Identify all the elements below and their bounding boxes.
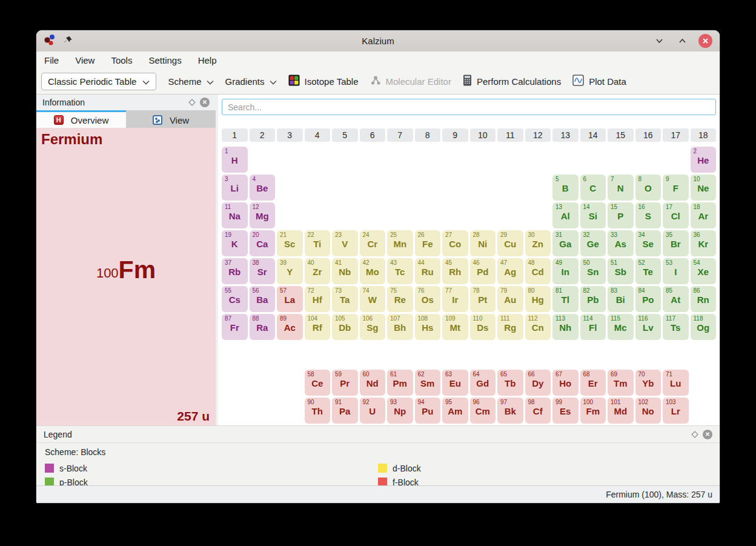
element-cell-sn[interactable]: 50Sn — [580, 258, 606, 284]
element-cell-v[interactable]: 23V — [332, 230, 358, 256]
element-cell-gd[interactable]: 64Gd — [470, 370, 496, 396]
element-cell-ag[interactable]: 47Ag — [497, 258, 523, 284]
element-cell-la[interactable]: 57La — [277, 286, 303, 312]
element-cell-pb[interactable]: 82Pb — [580, 286, 606, 312]
element-cell-ta[interactable]: 73Ta — [332, 286, 358, 312]
element-cell-pm[interactable]: 61Pm — [387, 370, 413, 396]
group-header-3[interactable]: 3 — [277, 128, 303, 142]
search-input[interactable] — [222, 99, 716, 115]
element-cell-pd[interactable]: 46Pd — [470, 258, 496, 284]
tab-overview[interactable]: H Overview — [36, 110, 126, 128]
element-cell-lv[interactable]: 116Lv — [635, 314, 662, 340]
element-cell-rg[interactable]: 111Rg — [497, 314, 523, 340]
isotope-table-button[interactable]: Isotope Table — [288, 75, 359, 88]
perform-calculations-button[interactable]: Perform Calculations — [463, 75, 561, 88]
element-cell-tb[interactable]: 65Tb — [497, 370, 523, 396]
element-cell-co[interactable]: 27Co — [442, 230, 468, 256]
element-cell-pr[interactable]: 59Pr — [332, 370, 358, 396]
element-cell-rb[interactable]: 37Rb — [222, 258, 248, 284]
dock-float-icon[interactable] — [188, 99, 195, 105]
element-cell-cm[interactable]: 96Cm — [470, 398, 496, 424]
element-cell-ts[interactable]: 117Ts — [663, 314, 689, 340]
legend-close-icon[interactable]: ✕ — [703, 430, 712, 439]
element-cell-mg[interactable]: 12Mg — [250, 202, 276, 228]
element-cell-te[interactable]: 52Te — [635, 258, 662, 284]
element-cell-au[interactable]: 79Au — [497, 286, 523, 312]
element-cell-ca[interactable]: 20Ca — [250, 230, 276, 256]
element-cell-rn[interactable]: 86Rn — [691, 286, 717, 312]
element-cell-se[interactable]: 34Se — [635, 230, 662, 256]
element-cell-u[interactable]: 92U — [360, 398, 386, 424]
element-cell-mn[interactable]: 25Mn — [387, 230, 413, 256]
titlebar[interactable]: Kalzium — [36, 30, 720, 52]
element-cell-si[interactable]: 14Si — [580, 202, 606, 228]
element-cell-yb[interactable]: 70Yb — [635, 370, 662, 396]
element-cell-he[interactable]: 2He — [691, 147, 717, 173]
gradients-dropdown[interactable]: Gradients — [225, 76, 277, 87]
dock-close-icon[interactable]: ✕ — [200, 98, 210, 107]
group-header-2[interactable]: 2 — [250, 128, 276, 142]
pin-icon[interactable] — [63, 35, 73, 47]
group-header-8[interactable]: 8 — [415, 128, 441, 142]
element-cell-i[interactable]: 53I — [663, 258, 689, 284]
element-cell-ho[interactable]: 67Ho — [552, 370, 579, 396]
element-cell-sr[interactable]: 38Sr — [250, 258, 276, 284]
group-header-1[interactable]: 1 — [222, 128, 248, 142]
element-cell-pu[interactable]: 94Pu — [415, 398, 441, 424]
element-cell-md[interactable]: 101Md — [608, 398, 634, 424]
element-cell-fe[interactable]: 26Fe — [415, 230, 441, 256]
element-cell-nh[interactable]: 113Nh — [552, 314, 579, 340]
element-cell-be[interactable]: 4Be — [250, 175, 276, 201]
element-cell-cr[interactable]: 24Cr — [360, 230, 386, 256]
element-cell-re[interactable]: 75Re — [387, 286, 413, 312]
element-cell-f[interactable]: 9F — [663, 175, 689, 201]
element-cell-cf[interactable]: 98Cf — [525, 398, 551, 424]
minimize-button[interactable] — [652, 35, 666, 48]
table-type-select[interactable]: Classic Periodic Table — [41, 73, 156, 90]
element-cell-nb[interactable]: 41Nb — [332, 258, 358, 284]
group-header-18[interactable]: 18 — [691, 128, 717, 142]
element-cell-cl[interactable]: 17Cl — [663, 202, 689, 228]
element-cell-o[interactable]: 8O — [635, 175, 662, 201]
element-cell-mc[interactable]: 115Mc — [608, 314, 634, 340]
group-header-6[interactable]: 6 — [360, 128, 386, 142]
element-cell-lr[interactable]: 103Lr — [663, 398, 689, 424]
element-cell-at[interactable]: 85At — [663, 286, 689, 312]
element-cell-pa[interactable]: 91Pa — [332, 398, 358, 424]
group-header-9[interactable]: 9 — [442, 128, 468, 142]
group-header-13[interactable]: 13 — [552, 128, 579, 142]
group-header-11[interactable]: 11 — [497, 128, 523, 142]
element-cell-ba[interactable]: 56Ba — [250, 286, 276, 312]
element-cell-ce[interactable]: 58Ce — [305, 370, 331, 396]
element-cell-mo[interactable]: 42Mo — [360, 258, 386, 284]
element-cell-tc[interactable]: 43Tc — [387, 258, 413, 284]
element-cell-tm[interactable]: 69Tm — [608, 370, 634, 396]
element-cell-bk[interactable]: 97Bk — [497, 398, 523, 424]
element-cell-na[interactable]: 11Na — [222, 202, 248, 228]
element-cell-cd[interactable]: 48Cd — [525, 258, 551, 284]
element-cell-cn[interactable]: 112Cn — [525, 314, 551, 340]
molecular-editor-button[interactable]: Molecular Editor — [370, 75, 451, 88]
element-cell-k[interactable]: 19K — [222, 230, 248, 256]
element-cell-ds[interactable]: 110Ds — [470, 314, 496, 340]
element-cell-br[interactable]: 35Br — [663, 230, 689, 256]
element-cell-hg[interactable]: 80Hg — [525, 286, 551, 312]
group-header-4[interactable]: 4 — [305, 128, 331, 142]
element-cell-sg[interactable]: 106Sg — [360, 314, 386, 340]
group-header-7[interactable]: 7 — [387, 128, 413, 142]
element-cell-as[interactable]: 33As — [608, 230, 634, 256]
element-cell-ga[interactable]: 31Ga — [552, 230, 579, 256]
plot-data-button[interactable]: Plot Data — [572, 75, 626, 88]
group-header-16[interactable]: 16 — [635, 128, 662, 142]
group-header-15[interactable]: 15 — [608, 128, 634, 142]
element-cell-fm[interactable]: 100Fm — [580, 398, 606, 424]
element-cell-h[interactable]: 1H — [222, 147, 248, 173]
element-cell-zr[interactable]: 40Zr — [305, 258, 331, 284]
element-cell-w[interactable]: 74W — [360, 286, 386, 312]
menu-file[interactable]: File — [44, 55, 59, 65]
element-cell-ir[interactable]: 77Ir — [442, 286, 468, 312]
element-cell-zn[interactable]: 30Zn — [525, 230, 551, 256]
legend-float-icon[interactable] — [691, 431, 698, 438]
element-cell-er[interactable]: 68Er — [580, 370, 606, 396]
element-cell-rh[interactable]: 45Rh — [442, 258, 468, 284]
